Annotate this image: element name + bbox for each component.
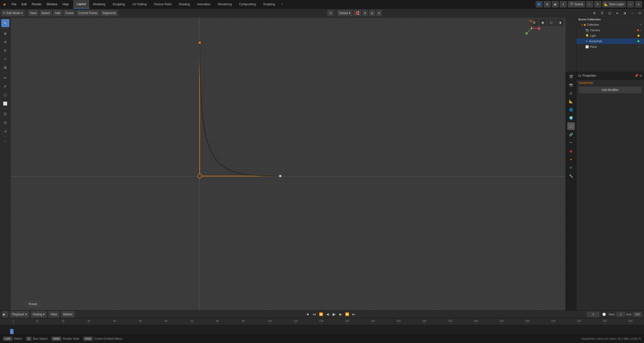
outliner-collection[interactable]: ▾ ◼ Collection 👁 — [576, 22, 644, 27]
camera-visibility[interactable]: ✕ — [640, 29, 642, 32]
current-frame-input[interactable]: 1 — [587, 312, 599, 317]
tab-animation[interactable]: Animation — [194, 0, 214, 9]
outliner-camera[interactable]: 📷 Camera ✕ — [576, 27, 644, 33]
add-menu[interactable]: Add — [53, 10, 62, 16]
menu-help[interactable]: Help — [60, 0, 71, 9]
mode-selector[interactable]: ✏ Edit Mode ▾ — [1, 10, 25, 16]
splash-icon[interactable]: ◉ — [552, 1, 559, 8]
tool-randomize[interactable]: ⋯ — [1, 137, 9, 145]
view-menu[interactable]: View — [28, 10, 38, 16]
collection-visibility[interactable]: 👁 — [639, 23, 642, 26]
prop-object-icon[interactable]: ◻ — [567, 122, 575, 130]
main-viewport[interactable]: Z X Y ⊞ ◉ 🎥 ◑ Rotate — [11, 18, 566, 310]
prop-constraints-icon[interactable]: 🔗 — [567, 131, 575, 138]
tool-annotate-line[interactable]: ✐ — [1, 82, 9, 90]
timeline-marker[interactable]: Marker — [61, 311, 74, 318]
xray-toggle[interactable]: ◫ — [606, 10, 613, 16]
modifier-overflow-icon[interactable]: ⊕ — [639, 74, 642, 77]
engine-icon[interactable]: 🔵 — [536, 1, 543, 8]
tab-shading[interactable]: Shading — [175, 0, 194, 9]
transport-step-forward[interactable]: ⏩ — [344, 312, 350, 317]
overlay-toggle[interactable]: ☰ — [599, 10, 605, 16]
viewport-grid-icon[interactable]: ⊞ — [530, 19, 538, 26]
menu-window[interactable]: Window — [44, 0, 60, 9]
tool-cursor[interactable]: ⊕ — [1, 29, 9, 37]
prop-physics-icon[interactable]: ⟳ — [567, 164, 575, 171]
transport-prev-keyframe[interactable]: ◀ — [325, 312, 330, 317]
tab-modeling[interactable]: Modeling — [90, 0, 109, 9]
tool-annotate-erase[interactable]: ⬜ — [1, 100, 9, 108]
outliner-plane[interactable]: ⬜ Plane ⊡ ○ — [576, 44, 644, 50]
prop-particles-icon[interactable]: ✦ — [567, 156, 575, 163]
shading-material[interactable]: ◑ — [621, 10, 628, 16]
tab-texture-paint[interactable]: Texture Paint — [150, 0, 175, 9]
prop-scene2-icon[interactable]: 🌐 — [567, 106, 575, 113]
prop-render-icon[interactable]: 📷 — [567, 81, 575, 88]
prop-data-icon[interactable]: 〜 — [567, 139, 575, 146]
tab-uv-editing[interactable]: UV Editing — [129, 0, 150, 9]
tab-rendering[interactable]: Rendering — [214, 0, 235, 9]
prop-view-layer-icon[interactable]: 📐 — [567, 97, 575, 105]
frame-time-toggle[interactable]: 🕐 — [601, 312, 607, 317]
menu-render[interactable]: Render — [29, 0, 44, 9]
tab-layout[interactable]: Layout — [73, 0, 90, 9]
tab-sculpting[interactable]: Sculpting — [109, 0, 129, 9]
timeline-view[interactable]: View — [49, 311, 59, 318]
tab-add[interactable]: + — [279, 0, 286, 9]
nurbs-visibility[interactable]: ○ — [640, 40, 642, 43]
menu-edit[interactable]: Edit — [19, 0, 29, 9]
outliner-nurbspath[interactable]: 〜 NurbsPath ○ — [576, 38, 644, 44]
view-layer-selector[interactable]: 📐 View Layer — [602, 1, 626, 8]
tool-annotate[interactable]: ✏ — [1, 74, 9, 82]
tool-transform[interactable]: ⊞ — [1, 64, 9, 72]
transform-space[interactable]: Global ▾ — [337, 10, 352, 16]
shading-solid[interactable]: ● — [614, 10, 620, 16]
timeline-keying[interactable]: Keying ▾ — [31, 311, 47, 318]
viewport-pie-icon[interactable]: ◑ — [556, 19, 564, 26]
viewport-object-icon[interactable]: ◉ — [539, 19, 546, 26]
prop-material-icon[interactable]: ◉ — [567, 147, 575, 155]
snap-options[interactable]: ▾ — [362, 10, 368, 16]
tool-radius[interactable]: ◎ — [1, 118, 9, 126]
prop-modifier-icon[interactable]: 🔧 — [567, 172, 575, 180]
outliner-light[interactable]: 💡 Light ○ — [576, 33, 644, 38]
start-frame-input[interactable]: 1 — [616, 312, 625, 317]
view-layer-add-icon[interactable]: + — [627, 1, 634, 8]
shading-rendered[interactable]: ○ — [629, 10, 635, 16]
tool-tilt[interactable]: ⊿ — [1, 127, 9, 135]
timeline-scrub-area[interactable]: 1 — [0, 325, 644, 334]
timeline-icon[interactable]: ▶ — [2, 311, 8, 318]
tool-select[interactable]: ↖ — [1, 19, 9, 27]
view-layer-props-icon[interactable]: ✕ — [635, 1, 642, 8]
tool-scale[interactable]: ⤢ — [1, 55, 9, 63]
curve-menu[interactable]: Curve — [63, 10, 75, 16]
segments-menu[interactable]: Segments — [100, 10, 118, 16]
light-visibility[interactable]: ○ — [640, 34, 642, 37]
transport-next-keyframe[interactable]: ▶ — [338, 312, 343, 317]
tool-extrude[interactable]: ⊡ — [1, 110, 9, 118]
transport-stop[interactable]: ■ — [305, 312, 311, 317]
transport-play[interactable]: ▶ — [331, 312, 337, 317]
select-menu[interactable]: Select — [39, 10, 52, 16]
transport-jump-end[interactable]: ⏭ — [351, 312, 356, 317]
tab-compositing[interactable]: Compositing — [235, 0, 260, 9]
prop-output-icon[interactable]: 🖨 — [567, 89, 575, 97]
tool-move[interactable]: ✛ — [1, 38, 9, 46]
control-points-menu[interactable]: Control Points — [76, 10, 99, 16]
prop-world-icon[interactable]: 🌍 — [567, 114, 575, 122]
shading-eevee[interactable]: ⊡ — [636, 10, 643, 16]
scene-props-icon[interactable]: ✕ — [594, 1, 601, 8]
end-frame-input[interactable]: 250 — [633, 312, 642, 317]
gizmo-toggle[interactable]: ⊕ — [591, 10, 598, 16]
viewport-camera-icon[interactable]: 🎥 — [547, 19, 555, 26]
info-icon[interactable]: ℹ — [560, 1, 567, 8]
scene-add-icon[interactable]: + — [586, 1, 593, 8]
scene-selector[interactable]: 🎬 Scene — [568, 1, 585, 8]
timeline-ruler[interactable]: 1102030405060708090100110120130140150160… — [0, 318, 644, 325]
proportional-options[interactable]: ▾ — [376, 10, 382, 16]
modifier-pin-icon[interactable]: 📌 — [635, 74, 638, 77]
add-modifier-button[interactable]: Add Modifier — [579, 87, 641, 93]
tab-scripting[interactable]: Scripting — [260, 0, 279, 9]
user-prefs-icon[interactable]: ⚙ — [544, 1, 551, 8]
tool-annotate-polygon[interactable]: ⬡ — [1, 91, 9, 99]
